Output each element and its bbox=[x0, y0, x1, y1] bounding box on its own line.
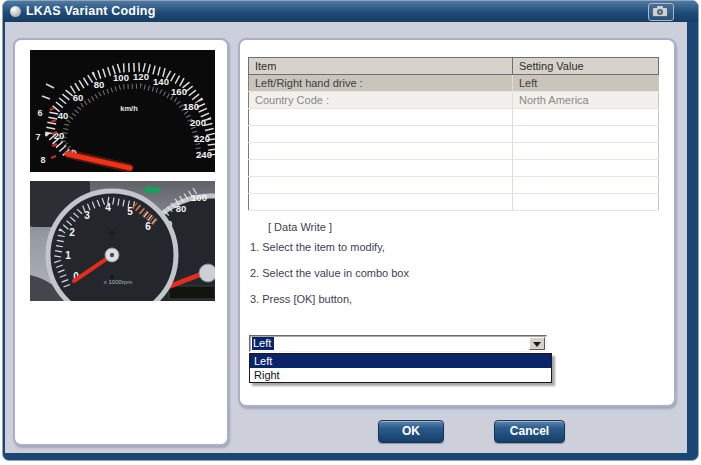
dialog-content: km/h 020406080100120140160180200220240 6… bbox=[5, 22, 687, 453]
cell-item bbox=[249, 143, 513, 160]
cell-item bbox=[249, 194, 513, 211]
window-titlebar: LKAS Variant Coding bbox=[3, 1, 698, 22]
dial-dot bbox=[110, 231, 115, 236]
column-header-setting-value: Setting Value bbox=[513, 58, 659, 75]
table-header-row: Item Setting Value bbox=[249, 58, 659, 75]
gauge-number: 40 bbox=[58, 110, 69, 121]
value-combobox[interactable]: Left bbox=[249, 335, 547, 352]
cell-value bbox=[513, 194, 659, 211]
speedometer-photo: km/h 020406080100120140160180200220240 6… bbox=[30, 50, 215, 172]
gauge-number: 220 bbox=[194, 133, 210, 144]
gauge-number: 200 bbox=[190, 117, 206, 128]
gauge-number: 3 bbox=[84, 210, 90, 221]
cancel-button[interactable]: Cancel bbox=[494, 420, 565, 443]
tach-hub-dot bbox=[110, 253, 114, 257]
table-row-country-code[interactable]: Country Code : North America bbox=[249, 92, 659, 109]
combo-dropdown-list: Left Right bbox=[249, 353, 552, 383]
cell-value bbox=[513, 109, 659, 126]
gauge-number: 8 bbox=[40, 155, 45, 165]
gauge-number: 1 bbox=[65, 250, 71, 261]
chevron-down-icon bbox=[533, 342, 541, 347]
cell-item: Left/Right hand drive : bbox=[249, 75, 513, 92]
table-row-empty bbox=[249, 194, 659, 211]
cell-item bbox=[249, 160, 513, 177]
gauge-number: 80 bbox=[94, 79, 105, 90]
gauge-number: 240 bbox=[196, 149, 212, 160]
gauge-number: 180 bbox=[183, 101, 199, 112]
table-row-empty bbox=[249, 109, 659, 126]
window-frame: LKAS Variant Coding km/h 020406080100120… bbox=[2, 0, 699, 461]
ok-button[interactable]: OK bbox=[378, 420, 444, 443]
cell-item bbox=[249, 109, 513, 126]
speed-unit-label: km/h bbox=[120, 104, 138, 113]
screenshot-button[interactable] bbox=[648, 3, 674, 21]
gauge-number: 7 bbox=[35, 132, 40, 142]
gauge-number: 6 bbox=[145, 221, 151, 232]
instruction-step-2: 2. Select the value in combo box bbox=[250, 267, 409, 279]
table-row-hand-drive[interactable]: Left/Right hand drive : Left bbox=[249, 75, 659, 92]
cell-value bbox=[513, 177, 659, 194]
table-row-empty bbox=[249, 143, 659, 160]
cell-value bbox=[513, 160, 659, 177]
camera-icon bbox=[652, 6, 668, 17]
combo-arrow-button[interactable] bbox=[529, 337, 545, 350]
gauge-number: 100 bbox=[113, 72, 129, 83]
table-row-empty bbox=[249, 160, 659, 177]
cell-value: North America bbox=[513, 92, 659, 109]
column-header-item: Item bbox=[249, 58, 513, 75]
variant-table: Item Setting Value Left/Right hand drive… bbox=[248, 57, 659, 211]
instruction-step-1: 1. Select the item to modify, bbox=[250, 241, 385, 253]
cell-value bbox=[513, 126, 659, 143]
gauge-number: 140 bbox=[153, 76, 169, 87]
table-row-empty bbox=[249, 177, 659, 194]
data-write-label: [ Data Write ] bbox=[268, 221, 332, 233]
cell-value: Left bbox=[513, 75, 659, 92]
instruction-step-3: 3. Press [OK] button, bbox=[250, 293, 352, 305]
lkas-variant-coding-window: LKAS Variant Coding km/h 020406080100120… bbox=[0, 0, 701, 465]
gauge-number: 2 bbox=[69, 227, 75, 238]
cell-item: Country Code : bbox=[249, 92, 513, 109]
app-icon bbox=[10, 6, 21, 17]
gauge-number: 160 bbox=[171, 86, 187, 97]
window-title: LKAS Variant Coding bbox=[26, 1, 156, 22]
gauge-number: 100 bbox=[191, 192, 207, 203]
gauge-number: 120 bbox=[133, 71, 149, 82]
gauge-number: 60 bbox=[73, 92, 84, 103]
image-panel: km/h 020406080100120140160180200220240 6… bbox=[13, 38, 229, 446]
table-row-empty bbox=[249, 126, 659, 143]
dropdown-option-right[interactable]: Right bbox=[250, 368, 551, 382]
tach-unit-label: x 1000rpm bbox=[104, 279, 132, 285]
gauge-number: 6 bbox=[37, 108, 42, 118]
combo-selected-value: Left bbox=[252, 337, 274, 350]
cell-item bbox=[249, 177, 513, 194]
gauge-number: 4 bbox=[105, 202, 111, 213]
odometer-lcd bbox=[169, 286, 215, 299]
settings-panel: Item Setting Value Left/Right hand drive… bbox=[238, 38, 676, 407]
gauge-number: 5 bbox=[127, 206, 133, 217]
cell-item bbox=[249, 126, 513, 143]
cell-value bbox=[513, 143, 659, 160]
dropdown-option-left[interactable]: Left bbox=[250, 354, 551, 368]
gauge-number: 80 bbox=[176, 203, 187, 214]
tachometer-photo: 020406080100 0123456 x 1000rpm bbox=[30, 181, 215, 301]
speed-needle-hub bbox=[199, 264, 215, 282]
